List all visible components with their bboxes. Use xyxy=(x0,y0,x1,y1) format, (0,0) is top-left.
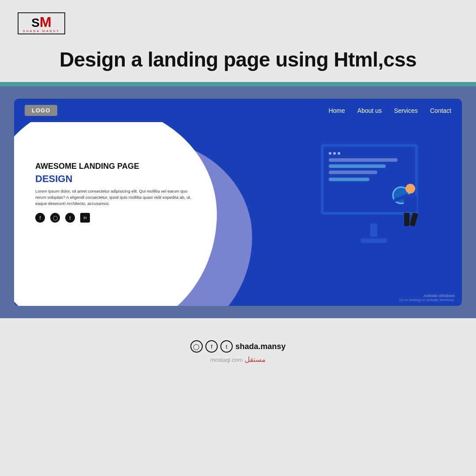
logo-area: S M SHADA.MANSY xyxy=(0,0,476,43)
hero-title-blue: DESIGN xyxy=(35,173,194,185)
preview-hero: AWESOME LANDING PAGE DESIGN Lorem ipsum … xyxy=(14,122,462,306)
preview-inner: LOGO Home About us Services Contact AWES… xyxy=(14,99,462,306)
person-head xyxy=(405,184,415,193)
nav-services[interactable]: Services xyxy=(394,107,418,114)
logo-undertext-black: SHADA. xyxy=(23,30,42,33)
brand-logo: S M SHADA.MANSY xyxy=(18,12,65,34)
logo-m: M xyxy=(40,15,52,29)
mostaql-url: mostaql.com xyxy=(210,357,243,363)
page-title: Design a landing page using Html,css xyxy=(0,48,476,71)
person-leg-left xyxy=(404,213,409,226)
bottom-twitter-icon[interactable]: t xyxy=(220,340,233,353)
windows-watermark-subtitle: Go to Settings to activate Windows. xyxy=(399,298,455,302)
mostaql-arabic: مستقل xyxy=(245,356,266,363)
teal-divider xyxy=(0,82,476,86)
bottom-username: shada.mansy xyxy=(235,342,286,351)
preview-navbar: LOGO Home About us Services Contact xyxy=(14,99,462,122)
bottom-section: ◯ f t shada.mansy مستقل mostaql.com xyxy=(0,318,476,377)
hero-description: Lorem ipsum dolor, sit amet consectetur … xyxy=(35,188,194,207)
monitor-base xyxy=(361,238,387,243)
nav-home[interactable]: Home xyxy=(328,107,345,114)
bottom-facebook-icon[interactable]: f xyxy=(205,340,218,353)
preview-logo-badge: LOGO xyxy=(25,105,57,116)
windows-watermark-title: Activate Windows xyxy=(399,294,455,298)
bottom-instagram-icon[interactable]: ◯ xyxy=(190,340,203,353)
person-leg-right xyxy=(409,212,418,227)
preview-outer: LOGO Home About us Services Contact AWES… xyxy=(0,86,476,318)
windows-watermark: Activate Windows Go to Settings to activ… xyxy=(399,294,455,302)
nav-about[interactable]: About us xyxy=(357,107,382,114)
logo-letters: S M xyxy=(31,15,51,29)
logo-s: S xyxy=(31,17,40,29)
bottom-social-row: ◯ f t shada.mansy xyxy=(190,340,286,353)
facebook-icon[interactable]: f xyxy=(35,213,45,223)
mostaql-text: مستقل mostaql.com xyxy=(210,355,266,364)
nav-contact[interactable]: Contact xyxy=(430,107,451,114)
computer-illustration xyxy=(312,135,435,250)
person-body xyxy=(404,194,417,212)
linkedin-icon[interactable]: in xyxy=(80,213,90,223)
logo-undertext-red: MANSY xyxy=(42,30,60,33)
hero-content: AWESOME LANDING PAGE DESIGN Lorem ipsum … xyxy=(35,162,194,223)
person-figure xyxy=(398,184,422,237)
monitor-stand xyxy=(370,223,377,237)
person-legs xyxy=(398,213,422,226)
twitter-icon[interactable]: t xyxy=(65,213,75,223)
hero-title-main: AWESOME LANDING PAGE xyxy=(35,162,194,171)
instagram-icon[interactable]: ◯ xyxy=(50,213,60,223)
preview-nav-links: Home About us Services Contact xyxy=(328,107,451,114)
logo-undertext: SHADA.MANSY xyxy=(23,30,60,33)
hero-social-icons: f ◯ t in xyxy=(35,213,194,223)
